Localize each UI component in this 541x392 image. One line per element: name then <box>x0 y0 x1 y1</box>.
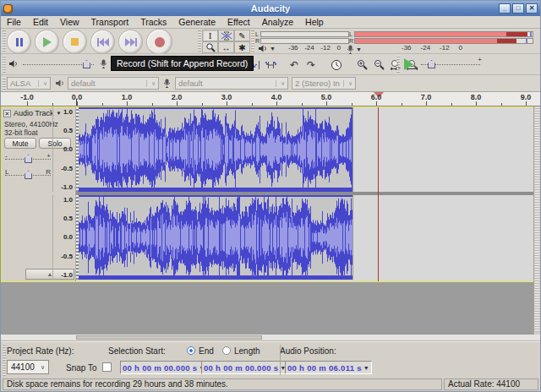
menu-file[interactable]: File <box>1 16 27 28</box>
transcription-toolbar-grip[interactable] <box>396 56 400 73</box>
amplitude-label: 0.5 <box>52 215 73 222</box>
project-rate-select[interactable]: 44100∨ <box>7 360 49 374</box>
end-radio-label[interactable]: End <box>199 346 214 356</box>
device-toolbar-grip[interactable] <box>3 77 6 90</box>
play-at-speed-button[interactable] <box>404 58 413 70</box>
selection-toolbar-separator <box>280 345 281 375</box>
output-volume-slider[interactable] <box>23 59 94 68</box>
vertical-scrollbar[interactable] <box>533 106 540 335</box>
skip-end-button[interactable] <box>119 30 142 53</box>
selection-tool-button[interactable]: I <box>202 30 218 41</box>
waveform-canvas-right[interactable] <box>76 195 352 280</box>
timeline-tick <box>77 101 78 106</box>
silence-audio-button[interactable] <box>263 57 278 73</box>
selection-end-field[interactable]: 00 h 00 m 00.000 s▼ <box>201 361 289 374</box>
output-meter-menu[interactable]: ▼ <box>258 45 276 52</box>
horizontal-scrollbar[interactable] <box>1 335 540 341</box>
pan-thumb[interactable] <box>25 171 32 179</box>
menu-analyze[interactable]: Analyze <box>256 16 299 28</box>
input-meter[interactable]: L R <box>349 30 533 44</box>
stop-button[interactable] <box>63 30 86 53</box>
silence-icon <box>265 60 277 70</box>
output-meter[interactable]: L R <box>255 30 349 44</box>
meter-scale-label: -36 <box>402 44 412 52</box>
audio-host-select[interactable]: ALSA∨ <box>7 77 51 90</box>
menu-tracks[interactable]: Tracks <box>134 16 172 28</box>
recording-channels-select[interactable]: 2 (Stereo) In∨ <box>292 77 356 90</box>
output-volume-thumb[interactable] <box>83 60 90 68</box>
redo-button[interactable]: ↷ <box>303 57 319 73</box>
left-channel[interactable] <box>76 107 533 192</box>
length-radio[interactable] <box>222 346 231 355</box>
speaker-icon <box>8 60 19 68</box>
audio-track: ✕ Audio Track ▼ Stereo, 44100Hz 32-bit f… <box>1 106 534 282</box>
timeline-label: 1.0 <box>116 93 138 101</box>
track-close-button[interactable]: ✕ <box>3 110 11 117</box>
speed-plus-label: + <box>478 56 482 63</box>
meter-scale-label: -24 <box>304 44 314 52</box>
meter-toolbar-grip[interactable] <box>251 30 254 52</box>
playback-speed-thumb[interactable] <box>428 60 435 68</box>
timeline-label: -1.0 <box>16 93 38 101</box>
draw-tool-button[interactable]: ✎ <box>234 30 250 41</box>
actual-rate: Actual Rate: 44100 <box>444 378 538 390</box>
zoom-out-button[interactable] <box>371 57 386 73</box>
project-rate-value: 44100 <box>11 362 35 372</box>
input-meter-menu[interactable]: ▼ <box>347 45 362 54</box>
pan-slider[interactable]: L R <box>5 170 51 181</box>
mute-button[interactable]: Mute <box>4 138 36 149</box>
waveform-canvas-left[interactable] <box>76 107 352 192</box>
selection-start-field[interactable]: 00 h 00 m 00.000 s▼ <box>120 361 208 374</box>
amplitude-label: 1.0 <box>52 196 73 204</box>
multi-tool-button[interactable]: ✱ <box>234 41 250 53</box>
gain-slider[interactable]: - + <box>5 154 51 165</box>
project-rate-label: Project Rate (Hz): <box>7 346 74 356</box>
mixer-toolbar-grip[interactable] <box>3 56 6 73</box>
sync-lock-button[interactable] <box>329 57 344 73</box>
zoom-in-button[interactable] <box>354 57 369 73</box>
menu-transport[interactable]: Transport <box>85 16 135 28</box>
dropdown-arrow-icon: ∨ <box>343 80 352 87</box>
timeline-tick-minor <box>352 103 352 106</box>
length-radio-label[interactable]: Length <box>234 346 260 356</box>
transport-toolbar-grip[interactable] <box>3 30 6 52</box>
time-shift-tool-button[interactable]: ↔ <box>218 41 234 53</box>
vertical-scrollbar-thumb[interactable] <box>535 107 539 332</box>
horizontal-scrollbar-thumb[interactable] <box>76 335 262 340</box>
skip-start-button[interactable] <box>91 30 114 53</box>
gain-thumb[interactable] <box>25 155 32 163</box>
minimize-button[interactable]: _ <box>499 3 511 14</box>
menu-generate[interactable]: Generate <box>172 16 221 28</box>
menu-view[interactable]: View <box>54 16 85 28</box>
timeline-ruler[interactable]: -1.00.01.02.03.04.05.06.07.08.09.0 <box>1 92 540 106</box>
envelope-tool-button[interactable] <box>218 30 234 41</box>
pause-button[interactable] <box>8 30 30 53</box>
undo-icon: ↶ <box>290 59 298 71</box>
close-button[interactable]: ✕ <box>526 3 538 14</box>
pause-icon <box>16 38 23 46</box>
undo-button[interactable]: ↶ <box>287 57 302 73</box>
menu-edit[interactable]: Edit <box>27 16 54 28</box>
zoom-tool-button[interactable] <box>202 41 218 53</box>
menu-effect[interactable]: Effect <box>221 16 256 28</box>
selection-toolbar-grip[interactable] <box>3 344 6 376</box>
record-button[interactable] <box>147 30 172 54</box>
waveform-area[interactable] <box>76 107 533 281</box>
timeline-label: 7.0 <box>415 93 437 101</box>
maximize-button[interactable]: □ <box>512 3 524 14</box>
title-bar[interactable]: Audacity _ □ ✕ <box>1 1 540 16</box>
playback-device-select[interactable]: default∨ <box>68 77 159 90</box>
playback-device-icon <box>55 79 65 87</box>
recording-device-select[interactable]: default∨ <box>175 77 288 90</box>
audio-position-field[interactable]: 00 h 00 m 06.011 s▼ <box>285 361 372 374</box>
right-channel[interactable] <box>76 195 533 280</box>
play-button[interactable] <box>36 30 58 53</box>
timeline-tick-minor <box>252 103 253 106</box>
snap-to-checkbox[interactable] <box>102 362 112 372</box>
menu-help[interactable]: Help <box>299 16 330 28</box>
tools-toolbar-grip[interactable] <box>198 30 201 52</box>
playback-speed-slider[interactable]: + <box>421 59 480 68</box>
fit-selection-button[interactable] <box>388 57 403 73</box>
end-radio[interactable] <box>187 346 195 355</box>
output-meter-scale: -36-24-120 <box>288 44 341 52</box>
